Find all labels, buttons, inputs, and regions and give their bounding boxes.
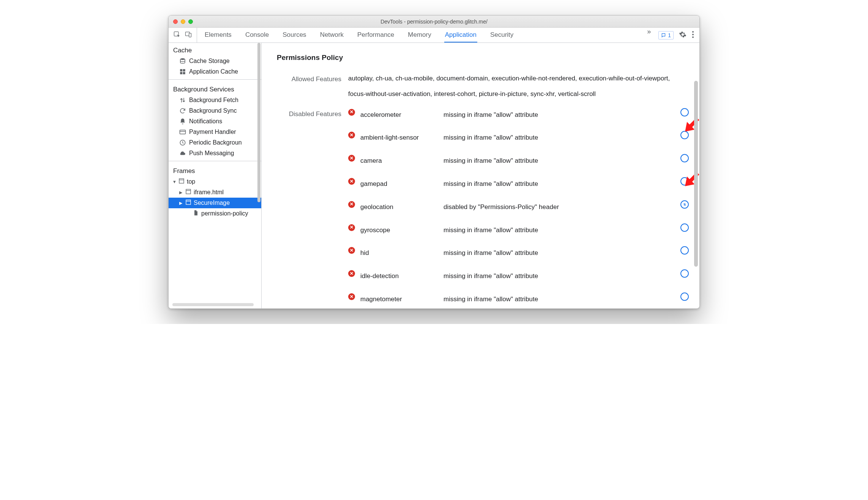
svg-rect-10 — [183, 72, 185, 74]
allowed-features-value: autoplay, ch-ua, ch-ua-mobile, document-… — [348, 71, 689, 102]
feature-name: accelerometer — [360, 107, 438, 123]
title-bar: DevTools - permission-policy-demo.glitch… — [169, 16, 699, 28]
disabled-features-label: Disabled Features — [277, 106, 341, 122]
disabled-feature-row: ✕cameramissing in iframe "allow" attribu… — [348, 152, 689, 170]
sidebar-horiz-scrollbar[interactable] — [172, 303, 254, 306]
error-icon: ✕ — [348, 293, 355, 300]
settings-icon[interactable] — [679, 31, 687, 40]
sync-icon — [179, 107, 186, 114]
tree-arrow-icon: ▼ — [172, 179, 176, 184]
feature-name: hid — [360, 245, 438, 261]
sidebar-item-cache-storage[interactable]: Cache Storage — [169, 56, 261, 66]
feature-reason: missing in iframe "allow" attribute — [443, 292, 675, 307]
svg-rect-11 — [180, 130, 186, 134]
frame-tree-item[interactable]: ▶SecureImage — [169, 198, 261, 208]
panel-heading: Permissions Policy — [277, 53, 689, 62]
clock-icon — [179, 139, 186, 146]
reveal-source-icon[interactable] — [680, 177, 689, 186]
svg-rect-2 — [189, 33, 191, 37]
issues-count: 1 — [668, 32, 671, 38]
grid-icon — [179, 68, 186, 75]
bell-icon — [179, 118, 186, 125]
feature-reason: missing in iframe "allow" attribute — [443, 176, 675, 192]
error-icon: ✕ — [348, 201, 355, 208]
tab-application[interactable]: Application — [444, 28, 477, 42]
tab-performance[interactable]: Performance — [357, 28, 395, 42]
feature-name: camera — [360, 153, 438, 169]
tab-sources[interactable]: Sources — [282, 28, 307, 42]
svg-point-5 — [692, 36, 694, 38]
reveal-source-icon[interactable] — [680, 292, 689, 301]
cloud-icon — [179, 150, 186, 157]
window-title: DevTools - permission-policy-demo.glitch… — [169, 19, 699, 25]
sidebar-item-push-messaging[interactable]: Push Messaging — [169, 148, 261, 159]
svg-rect-15 — [186, 200, 191, 204]
feature-name: geolocation — [360, 200, 438, 215]
reveal-network-icon[interactable]: ⇅ — [680, 200, 689, 209]
sidebar: CacheCache StorageApplication CacheBackg… — [169, 43, 262, 308]
frame-tree-item[interactable]: permission-policy — [169, 208, 261, 219]
disabled-feature-row: ✕ambient-light-sensormissing in iframe "… — [348, 129, 689, 147]
arrows-updown-icon — [179, 97, 186, 104]
disabled-feature-row: ✕idle-detectionmissing in iframe "allow"… — [348, 267, 689, 286]
frame-filled-icon — [185, 199, 191, 207]
window-scrollbar[interactable] — [694, 81, 698, 267]
sidebar-item-label: Background Sync — [189, 107, 237, 114]
svg-rect-7 — [180, 69, 182, 71]
reveal-source-icon[interactable] — [680, 108, 689, 116]
tab-security[interactable]: Security — [489, 28, 514, 42]
sidebar-item-label: Application Cache — [189, 68, 238, 75]
disabled-feature-row: ✕gamepadmissing in iframe "allow" attrib… — [348, 175, 689, 193]
feature-reason: missing in iframe "allow" attribute — [443, 245, 675, 261]
tree-arrow-icon: ▶ — [179, 190, 183, 195]
frame-tree-item[interactable]: ▶iframe.html — [169, 187, 261, 198]
sidebar-item-periodic-backgroun[interactable]: Periodic Backgroun — [169, 137, 261, 148]
tree-item-label: SecureImage — [194, 200, 230, 206]
reveal-source-icon[interactable] — [680, 246, 689, 255]
more-tabs-icon[interactable]: » — [645, 28, 653, 42]
sidebar-section-title: Cache — [169, 43, 261, 56]
disabled-feature-row: ✕hidmissing in iframe "allow" attribute — [348, 244, 689, 263]
disabled-feature-row: ✕gyroscopemissing in iframe "allow" attr… — [348, 221, 689, 240]
sidebar-item-payment-handler[interactable]: Payment Handler — [169, 127, 261, 137]
sidebar-item-background-sync[interactable]: Background Sync — [169, 105, 261, 116]
feature-reason: missing in iframe "allow" attribute — [443, 130, 675, 146]
issues-badge[interactable]: 1 — [658, 31, 674, 39]
reveal-source-icon[interactable] — [680, 269, 689, 278]
svg-rect-9 — [180, 72, 182, 74]
tab-network[interactable]: Network — [319, 28, 344, 42]
sidebar-item-background-fetch[interactable]: Background Fetch — [169, 95, 261, 105]
sidebar-item-notifications[interactable]: Notifications — [169, 116, 261, 127]
feature-reason: missing in iframe "allow" attribute — [443, 269, 675, 284]
sidebar-scrollbar[interactable] — [257, 43, 260, 202]
svg-point-3 — [692, 31, 694, 33]
sidebar-item-application-cache[interactable]: Application Cache — [169, 66, 261, 77]
reveal-source-icon[interactable] — [680, 223, 689, 232]
error-icon: ✕ — [348, 155, 355, 162]
tree-item-label: top — [187, 178, 195, 185]
toolbar: ElementsConsoleSourcesNetworkPerformance… — [169, 28, 699, 43]
tree-item-label: iframe.html — [194, 189, 224, 196]
inspect-icon[interactable] — [173, 31, 181, 40]
device-toggle-icon[interactable] — [185, 31, 192, 40]
frame-tree-item[interactable]: ▼top — [169, 176, 261, 187]
tab-memory[interactable]: Memory — [407, 28, 432, 42]
feature-reason: missing in iframe "allow" attribute — [443, 153, 675, 169]
tab-elements[interactable]: Elements — [204, 28, 232, 42]
sidebar-section-title: Frames — [169, 164, 261, 176]
error-icon: ✕ — [348, 224, 355, 231]
reveal-source-icon[interactable] — [680, 131, 689, 139]
feature-name: gyroscope — [360, 223, 438, 238]
kebab-menu-icon[interactable] — [692, 31, 694, 40]
feature-reason: missing in iframe "allow" attribute — [443, 107, 675, 123]
database-icon — [179, 58, 186, 64]
svg-rect-14 — [186, 189, 191, 194]
disabled-feature-row: ✕geolocationdisabled by "Permissions-Pol… — [348, 198, 689, 217]
svg-rect-13 — [179, 179, 184, 183]
tab-console[interactable]: Console — [245, 28, 270, 42]
feature-name: ambient-light-sensor — [360, 130, 438, 146]
reveal-source-icon[interactable] — [680, 154, 689, 162]
sidebar-item-label: Periodic Backgroun — [189, 139, 242, 146]
sidebar-item-label: Push Messaging — [189, 150, 234, 157]
frame-icon — [178, 178, 185, 186]
